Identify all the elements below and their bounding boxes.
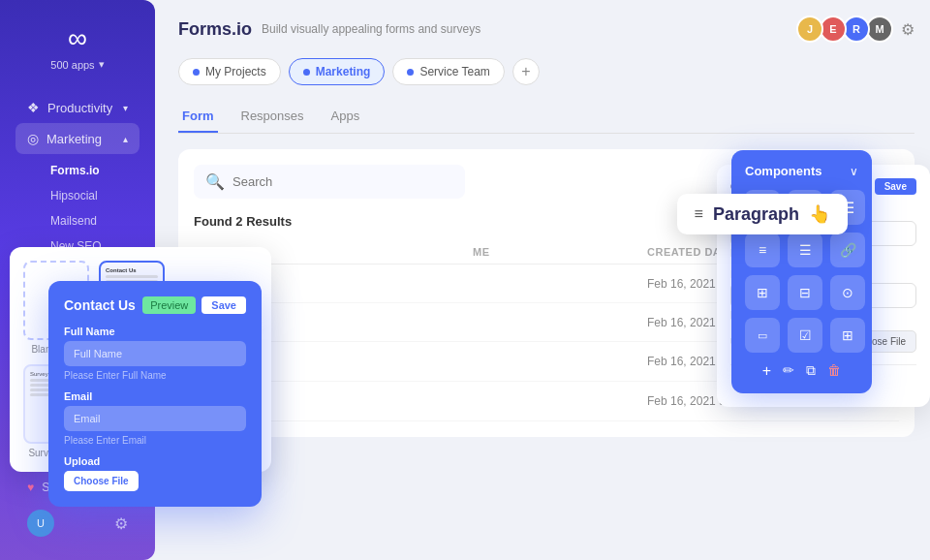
avatar-m: M bbox=[866, 16, 893, 43]
logo-icon: ∞ bbox=[68, 23, 87, 54]
app-header: Forms.io Build visually appealing forms … bbox=[178, 16, 914, 43]
contact-panel-title: Contact Us bbox=[64, 297, 136, 313]
avatar-r: R bbox=[843, 16, 870, 43]
col-header-me: ME bbox=[473, 246, 647, 258]
tab-marketing[interactable]: Marketing bbox=[289, 58, 386, 85]
contact-panel-header: Contact Us Preview Save bbox=[64, 296, 246, 314]
heart-icon: ♥ bbox=[27, 481, 34, 494]
comp-link-icon[interactable]: 🔗 bbox=[830, 233, 865, 267]
cursor-icon: 👆 bbox=[809, 203, 830, 225]
search-input[interactable] bbox=[232, 174, 453, 189]
tab-my-projects[interactable]: My Projects bbox=[178, 58, 281, 85]
header-avatars: J E R M ⚙ bbox=[800, 16, 914, 43]
sidebar-section-main: ❖ Productivity ▾ ◎ Marketing ▴ Forms.io … bbox=[0, 86, 155, 268]
marketing-icon: ◎ bbox=[27, 131, 39, 146]
productivity-icon: ❖ bbox=[27, 100, 40, 115]
comp-delete-icon[interactable]: 🗑 bbox=[827, 362, 841, 380]
comp-table-icon[interactable]: ⊞ bbox=[745, 275, 780, 310]
comp-add-icon[interactable]: + bbox=[762, 362, 771, 380]
field-input-email[interactable]: Email bbox=[64, 406, 246, 431]
components-panel: Components ∨ Aa 🖼 ☰ ≡ ☰ 🔗 ⊞ ⊟ ⊙ ▭ ☑ ⊞ + … bbox=[731, 150, 872, 393]
apps-label[interactable]: 500 apps ▾ bbox=[50, 58, 104, 71]
tab-service-team[interactable]: Service Team bbox=[392, 58, 504, 85]
user-avatar[interactable]: U bbox=[27, 510, 54, 537]
sidebar-item-hipsocial[interactable]: Hipsocial bbox=[16, 183, 140, 208]
comp-radio-icon[interactable]: ⊙ bbox=[830, 275, 865, 310]
components-header: Components ∨ bbox=[745, 164, 858, 178]
sidebar-logo: ∞ 500 apps ▾ bbox=[0, 16, 155, 86]
contact-form-panel: Contact Us Preview Save Full Name Full N… bbox=[48, 281, 262, 507]
sidebar-avatar-row: U ⚙ bbox=[16, 502, 140, 544]
tab-responses[interactable]: Responses bbox=[237, 101, 308, 133]
sidebar-item-productivity[interactable]: ❖ Productivity ▾ bbox=[16, 92, 140, 123]
comp-list-icon[interactable]: ≡ bbox=[745, 233, 780, 267]
sidebar-item-label: Marketing bbox=[46, 132, 102, 146]
paragraph-label: Paragraph bbox=[713, 204, 799, 225]
comp-check-icon[interactable]: ☑ bbox=[788, 318, 822, 353]
project-tabs: My Projects Marketing Service Team + bbox=[178, 58, 914, 85]
choose-file-button[interactable]: Choose File bbox=[64, 471, 139, 491]
comp-lines-icon[interactable]: ☰ bbox=[788, 233, 822, 267]
header-settings-icon[interactable]: ⚙ bbox=[901, 20, 914, 39]
avatar-j: J bbox=[796, 16, 823, 43]
field-hint-fullname: Please Enter Full Name bbox=[64, 370, 246, 381]
save-button[interactable]: Save bbox=[202, 296, 246, 314]
tab-dot-active bbox=[303, 69, 310, 76]
tab-form[interactable]: Form bbox=[178, 101, 218, 133]
sidebar-item-marketing[interactable]: ◎ Marketing ▴ bbox=[16, 123, 140, 154]
chevron-down-icon: ▾ bbox=[123, 103, 128, 113]
sidebar-item-formsio[interactable]: Forms.io bbox=[16, 158, 140, 183]
save-btn[interactable]: Save bbox=[875, 178, 916, 195]
comp-form-icon[interactable]: ⊟ bbox=[788, 275, 822, 310]
sidebar-item-label: Productivity bbox=[47, 101, 112, 115]
field-label-email: Email bbox=[64, 390, 246, 402]
comp-copy-icon[interactable]: ⧉ bbox=[806, 362, 816, 380]
comp-actions: + ✏ ⧉ 🗑 bbox=[745, 362, 858, 380]
field-label-upload: Upload bbox=[64, 455, 246, 467]
field-hint-email: Please Enter Email bbox=[64, 435, 246, 446]
chevron-up-icon: ▴ bbox=[123, 134, 128, 144]
app-name: Forms.io bbox=[178, 19, 252, 40]
search-bar: 🔍 bbox=[194, 165, 465, 199]
upload-row: Choose File bbox=[64, 471, 246, 491]
tab-apps[interactable]: Apps bbox=[327, 101, 364, 133]
field-label-fullname: Full Name bbox=[64, 326, 246, 337]
sidebar-item-mailsend[interactable]: Mailsend bbox=[16, 208, 140, 233]
field-input-fullname[interactable]: Full Name bbox=[64, 341, 246, 366]
comp-edit-icon[interactable]: ✏ bbox=[783, 362, 794, 380]
header-title-area: Forms.io Build visually appealing forms … bbox=[178, 19, 480, 40]
comp-grid-icon[interactable]: ⊞ bbox=[830, 318, 865, 353]
sidebar-gear-icon[interactable]: ⚙ bbox=[114, 514, 128, 533]
tab-dot-service bbox=[407, 69, 414, 76]
components-title: Components bbox=[745, 164, 822, 178]
add-tab-button[interactable]: + bbox=[512, 58, 540, 85]
comp-button-icon[interactable]: ▭ bbox=[745, 318, 780, 353]
view-tabs: Form Responses Apps bbox=[178, 101, 914, 134]
avatar-e: E bbox=[820, 16, 847, 43]
paragraph-tooltip: ≡ Paragraph 👆 bbox=[677, 194, 848, 234]
preview-button[interactable]: Preview bbox=[142, 296, 196, 314]
app-subtitle: Build visually appealing forms and surve… bbox=[262, 22, 480, 36]
search-icon: 🔍 bbox=[205, 172, 225, 191]
tab-dot bbox=[193, 69, 200, 76]
paragraph-icon: ≡ bbox=[695, 205, 703, 223]
chevron-down-icon[interactable]: ∨ bbox=[850, 165, 858, 178]
